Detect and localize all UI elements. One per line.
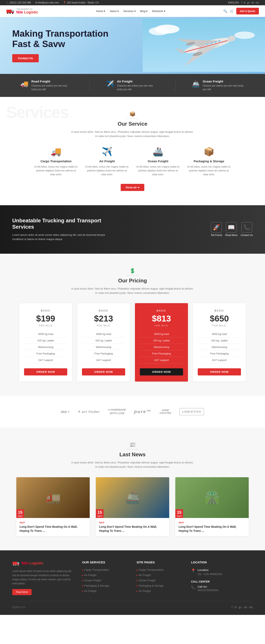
footer-pages-links: Cargo Transportation Air Freight Ocean F… — [137, 568, 183, 592]
plan3-feat-5: 24/7 support — [140, 357, 183, 364]
twitter-icon[interactable]: tw — [251, 1, 254, 4]
nav-blog[interactable]: Blog ▾ — [140, 10, 148, 12]
footer-location-col: LOCATION 📍 Location US - LOS ANGELES CAL… — [191, 560, 253, 595]
pricing-plan-3-featured: BASIC $813 PER MILE 4000 kg load 425 kg … — [135, 303, 188, 382]
tell-friend-button[interactable]: 🚀 Tell Friend — [211, 222, 222, 236]
strip-ocean-content: Ocean Freight Chance are unless you are … — [203, 80, 245, 91]
air-icon: ✈️ — [85, 146, 129, 156]
location-label: Location — [197, 568, 222, 572]
news-red-icon: 📰 — [12, 442, 253, 448]
air-desc: Ut elit tellus, luctus nec magna mattis … — [85, 165, 129, 177]
footer-page-air2: Air Freight — [137, 589, 183, 592]
news-badge-3: 15 April — [175, 509, 183, 518]
client-logo-logistics: LOGISTICS — [179, 408, 204, 415]
nav-about[interactable]: About ▾ — [110, 10, 119, 12]
plan1-price: $199 — [24, 314, 67, 324]
footer-pages-col: SITE PAGES Cargo Transportation Air Frei… — [137, 560, 183, 595]
language-selector[interactable]: ENGLISH — [228, 1, 239, 4]
footer-services-heading: OUR SERVICES — [82, 560, 128, 564]
order-now-button-3[interactable]: ORDER NOW — [140, 368, 183, 376]
top-bar: 📞 00222 133 333 098 ✉ info@your-site.com… — [0, 0, 265, 5]
plan2-per: PER MILE — [82, 324, 125, 327]
nav-elements[interactable]: Elements ▾ — [152, 10, 165, 12]
svg-point-24 — [13, 564, 14, 566]
ocean-desc: Ut elit tellus, luctus nec magna mattis … — [136, 165, 180, 177]
svg-point-3 — [9, 12, 11, 14]
cargo-icon: 🚚 — [34, 146, 79, 156]
footer-facebook-icon[interactable]: f — [232, 606, 232, 609]
services-strip: 🚚 Road Freight Chances are unless you ar… — [0, 74, 265, 97]
top-bar-right: ENGLISH f in g+ tw rss — [228, 1, 259, 4]
plan1-features: 4000 kg load 425 kg / pallet Warehousing… — [24, 331, 67, 364]
news-body-3: April Long Don't Spend Time Beating On A… — [175, 518, 249, 536]
email-info: ✉ info@your-site.com — [35, 1, 59, 4]
google-plus-icon[interactable]: g+ — [247, 1, 250, 4]
strip-road-desc: Chances are unless you are very lucky yo… — [31, 84, 73, 91]
plan4-features: 4000 kg load 425 kg / pallet Warehousing… — [198, 331, 241, 364]
air-freight-icon: ✈️ — [106, 80, 114, 88]
pricing-plan-2: BASIC $213 PER MILE 4000 kg load 425 kg … — [77, 303, 130, 382]
pricing-heading: Our Pricing — [118, 275, 147, 284]
plan3-price: $813 — [140, 314, 183, 324]
nav-home[interactable]: Home ▾ — [96, 10, 105, 12]
footer-googleplus-icon[interactable]: g+ — [239, 606, 242, 609]
footer-linkedin-icon[interactable]: in — [234, 606, 237, 609]
pricing-section-header: 💲 Our Pricing In quis luctus dolor. Sed … — [12, 268, 253, 295]
service-card-cargo: 🚚 Cargo Transportation Ut elit tellus, l… — [34, 146, 79, 177]
cargo-desc: Ut elit tellus, luctus nec magna mattis … — [34, 165, 79, 177]
phone-icon: 📞 — [191, 585, 195, 590]
news-desc: In quis luctus dolor. Sed ac libero arcu… — [71, 460, 194, 469]
plan4-price: $650 — [198, 314, 241, 324]
packaging-icon: 📦 — [186, 146, 231, 156]
news-badge-2: 15 April — [96, 509, 104, 518]
news-title-2: Long Don't Spend Time Beating On A Wall,… — [99, 525, 166, 533]
strip-road-freight: 🚚 Road Freight Chances are unless you ar… — [20, 80, 73, 91]
banner-title: Unbeatable Trucking and Transport Servic… — [12, 218, 114, 230]
order-now-button-1[interactable]: ORDER NOW — [24, 368, 67, 376]
news-title-3: Long Don't Spend Time Beating On A Wall,… — [179, 525, 245, 533]
ocean-freight-icon: 🚢 — [192, 80, 200, 88]
client-logo-artfinder: ✦ art finder — [78, 410, 100, 414]
ocean-icon: 🚢 — [136, 146, 180, 156]
packaging-desc: Ut elit tellus, luctus nec magna mattis … — [186, 165, 231, 177]
cart-icon[interactable]: 🛒 — [230, 9, 234, 13]
pricing-desc: In quis luctus dolor. Sed ac libero arcu… — [71, 287, 194, 295]
plan2-features: 4000 kg load 425 kg / pallet Warehousing… — [82, 331, 125, 364]
footer-twitter-icon[interactable]: tw — [244, 606, 247, 609]
service-card-packaging: 📦 Packaging & Storage Ut elit tellus, lu… — [186, 146, 231, 177]
facebook-icon[interactable]: f — [241, 1, 242, 4]
order-now-button-2[interactable]: ORDER NOW — [82, 368, 125, 376]
nav-services[interactable]: Services ▾ — [123, 10, 136, 12]
phone-info: 📞 00222 133 333 098 — [6, 1, 31, 4]
rss-icon[interactable]: rss — [256, 1, 259, 4]
hero-content: Making Transportation Fast & Savw Contac… — [12, 28, 114, 62]
footer-page-packaging: Packaging & Storage — [137, 584, 183, 587]
read-more-button[interactable]: 📖 Read More — [225, 222, 237, 236]
news-month-3: April — [179, 521, 245, 524]
news-card-2: 🚢 15 April April Long Don't Spend Time B… — [96, 477, 169, 536]
show-all-button[interactable]: Show all ➔ — [121, 184, 144, 191]
strip-air-title: Air Freight — [117, 80, 159, 83]
footer-rss-icon[interactable]: rss — [249, 606, 253, 609]
linkedin-icon[interactable]: in — [243, 1, 245, 4]
plan1-per: PER MILE — [24, 324, 67, 327]
plan3-feat-2: 425 kg / pallet — [140, 337, 183, 344]
plan2-feat-2: 425 kg / pallet — [82, 337, 125, 344]
contact-us-banner-button[interactable]: 📞 Contact Us — [241, 222, 253, 236]
get-quote-button[interactable]: Get A Quote — [236, 8, 259, 14]
clients-section: ms • ✦ art finder ♥ HANDMADEWITH LOVE pu… — [0, 396, 265, 428]
logo-text: Transportation Co. Nile Logistic — [16, 8, 38, 14]
contact-us-button[interactable]: Contact Us — [12, 54, 39, 62]
logo: Transportation Co. Nile Logistic — [6, 8, 38, 14]
order-now-button-4[interactable]: ORDER NOW — [198, 368, 241, 376]
search-icon[interactable]: 🔍 — [223, 9, 227, 13]
call-label: Call Us: — [197, 585, 218, 588]
hero-title: Making Transportation Fast & Savw — [12, 28, 114, 49]
news-body-1: April Long Don't Spend Time Beating On A… — [16, 518, 90, 536]
footer-link-ocean: Ocean Freight — [82, 579, 128, 582]
plan3-feat-3: Warehousing — [140, 344, 183, 350]
news-cards: 🚛 15 April April Long Don't Spend Time B… — [12, 477, 253, 536]
last-news-section: 📰 Last News In quis luctus dolor. Sed ac… — [0, 428, 265, 550]
call-phone: 00222133333018 — [197, 588, 218, 592]
footer-read-more-button[interactable]: Read More — [12, 589, 32, 595]
